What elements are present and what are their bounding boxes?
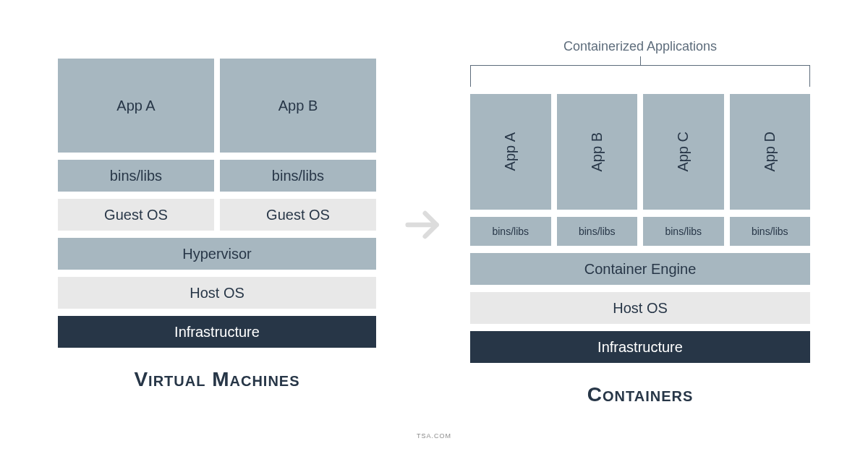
container-bins-box: bins/libs: [470, 217, 551, 246]
vm-app-box: App B: [220, 59, 376, 153]
container-infra-box: Infrastructure: [470, 331, 810, 363]
vm-host-label: Host OS: [190, 285, 244, 301]
vm-column: App A App B bins/libs bins/libs Guest OS…: [58, 59, 376, 391]
vm-app-label: App B: [278, 98, 318, 114]
vm-title: Virtual Machines: [134, 368, 299, 391]
container-bins-box: bins/libs: [557, 217, 638, 246]
container-column: Containerized Applications App A App B A…: [470, 43, 810, 406]
container-app-box: App D: [730, 94, 811, 210]
container-host-label: Host OS: [613, 300, 668, 317]
vm-host-box: Host OS: [58, 277, 376, 309]
vm-guest-box: Guest OS: [58, 199, 214, 231]
vm-infra-box: Infrastructure: [58, 316, 376, 348]
container-app-label: App A: [502, 132, 519, 171]
container-app-label: App D: [762, 132, 778, 172]
container-host-box: Host OS: [470, 292, 810, 324]
container-bins-label: bins/libs: [579, 226, 616, 237]
vm-guest-label: Guest OS: [104, 207, 168, 223]
vm-bins-label: bins/libs: [272, 168, 324, 184]
hypervisor-label: Hypervisor: [182, 246, 252, 262]
bracket: Containerized Applications: [470, 43, 810, 87]
vm-guest-label: Guest OS: [266, 207, 330, 223]
container-bins-box: bins/libs: [643, 217, 724, 246]
container-title: Containers: [587, 383, 694, 406]
container-app-label: App B: [589, 132, 605, 171]
footer-text: TSA.COM: [58, 432, 810, 440]
container-bins-box: bins/libs: [730, 217, 811, 246]
container-app-box: App A: [470, 94, 551, 210]
vm-app-label: App A: [116, 98, 155, 114]
container-bins-label: bins/libs: [665, 226, 702, 237]
hypervisor-box: Hypervisor: [58, 238, 376, 270]
vm-bins-label: bins/libs: [110, 168, 162, 184]
vm-bins-box: bins/libs: [220, 160, 376, 192]
container-bins-label: bins/libs: [492, 226, 529, 237]
container-stack: App A App B App C App D bins/libs bins/l…: [470, 94, 810, 363]
arrow-right-icon: [400, 202, 446, 248]
vm-bins-box: bins/libs: [58, 160, 214, 192]
container-bins-label: bins/libs: [752, 226, 788, 237]
container-engine-box: Container Engine: [470, 253, 810, 285]
container-app-box: App C: [643, 94, 724, 210]
container-infra-label: Infrastructure: [597, 339, 683, 356]
vm-stack: App A App B bins/libs bins/libs Guest OS…: [58, 59, 376, 348]
container-app-box: App B: [557, 94, 638, 210]
vm-infra-label: Infrastructure: [174, 324, 260, 340]
container-engine-label: Container Engine: [584, 261, 697, 278]
container-app-label: App C: [675, 132, 692, 172]
vm-guest-box: Guest OS: [220, 199, 376, 231]
bracket-label: Containerized Applications: [470, 39, 810, 54]
vm-app-box: App A: [58, 59, 214, 153]
